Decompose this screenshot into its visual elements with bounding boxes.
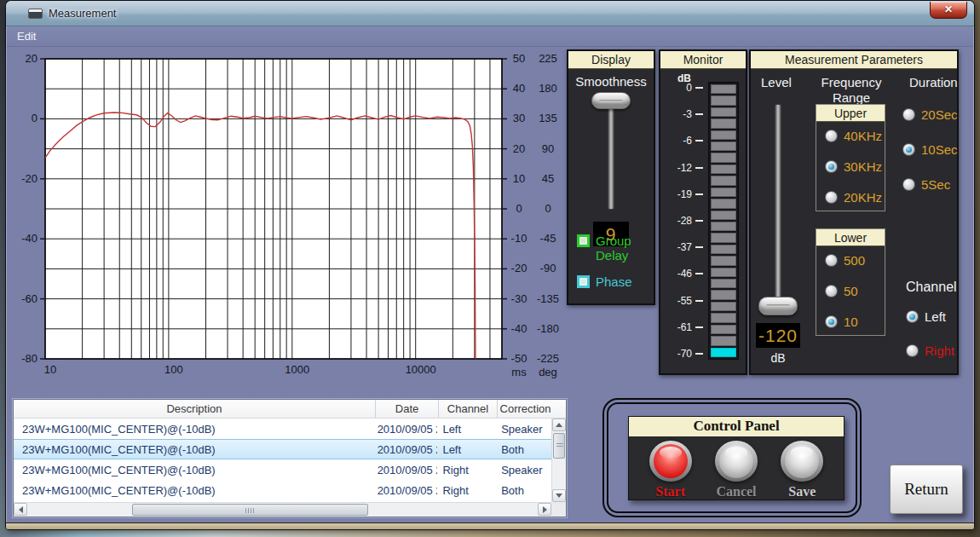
meter-scale-row: -6 (664, 136, 703, 145)
meter-tick (695, 167, 703, 169)
horizontal-scrollbar[interactable] (14, 502, 551, 517)
meter-tick (695, 113, 703, 115)
radio-option-50[interactable]: 50 (825, 284, 865, 298)
radio-label: 10Sec (921, 142, 958, 157)
radio-option-20sec[interactable]: 20Sec (902, 107, 958, 122)
radio-option-500[interactable]: 500 (825, 253, 865, 268)
meter-tick (695, 140, 703, 141)
checkbox-group-delay[interactable]: Group Delay (577, 234, 652, 263)
level-slider-track[interactable] (775, 104, 781, 315)
menu-item-edit[interactable]: Edit (7, 26, 46, 43)
vertical-scroll-thumb[interactable] (553, 433, 565, 459)
table-cell: Both (496, 484, 551, 497)
checkbox-phase[interactable]: Phase (577, 274, 652, 289)
start-button[interactable]: Start (649, 441, 692, 499)
radio-option-30khz[interactable]: 30KHz (825, 159, 882, 174)
table-cell: 2010/09/05 2 (375, 443, 438, 456)
scroll-left-icon (19, 506, 23, 513)
table-row[interactable]: 23W+MG100(MIC_CENTER)@(-10dB)2010/09/05 … (14, 439, 551, 459)
radio-option-left[interactable]: Left (906, 309, 954, 324)
scroll-down-button[interactable] (552, 489, 566, 502)
radio-label: 50 (844, 284, 858, 298)
table-cell: 23W+MG100(MIC_CENTER)@(-10dB) (14, 423, 375, 436)
meter-segment (711, 245, 736, 254)
radio-icon (906, 310, 919, 323)
column-header-correction[interactable]: Correction (498, 400, 553, 418)
column-header-channel[interactable]: Channel (439, 400, 498, 418)
checkbox-label: Group Delay (596, 234, 652, 263)
meter-segment (711, 336, 736, 345)
meter-segment (711, 84, 736, 94)
svg-text:ms: ms (511, 366, 527, 378)
save-button[interactable]: Save (781, 441, 823, 499)
checkbox-icon (577, 275, 590, 288)
radio-option-5sec[interactable]: 5Sec (902, 177, 958, 192)
table-row[interactable]: 23W+MG100(MIC_CENTER)@(-10dB)2010/09/05 … (14, 459, 551, 480)
table-row[interactable]: 23W+MG100(MIC_CENTER)@(-10dB)2010/09/05 … (14, 419, 551, 439)
svg-text:10: 10 (513, 172, 525, 185)
table-cell: 23W+MG100(MIC_CENTER)@(-10dB) (14, 443, 375, 456)
meter-scale-row: -61 (664, 323, 703, 332)
svg-text:30: 30 (513, 112, 525, 124)
scroll-up-button[interactable] (552, 419, 566, 431)
level-value: -120 (756, 323, 800, 348)
close-button[interactable]: ✕ (930, 2, 967, 19)
meter-segment (711, 107, 736, 117)
app-icon (28, 9, 43, 19)
meter-segment (711, 302, 736, 311)
smoothness-slider-knob[interactable] (591, 92, 631, 109)
titlebar[interactable]: Measurement ✕ (6, 1, 974, 26)
radio-icon (902, 178, 915, 191)
svg-text:-90: -90 (540, 262, 556, 274)
svg-text:1000: 1000 (285, 363, 309, 376)
radio-option-10[interactable]: 10 (825, 315, 865, 329)
radio-label: 20KHz (844, 190, 882, 205)
table-cell: Right (437, 484, 496, 497)
meter-segment (711, 290, 736, 299)
channel-options: LeftRight (906, 309, 954, 358)
level-slider-knob[interactable] (758, 297, 798, 315)
radio-label: 30KHz (844, 159, 882, 174)
lower-options: 5005010 (825, 253, 865, 329)
radio-option-10sec[interactable]: 10Sec (902, 142, 958, 157)
table-row[interactable]: 23W+MG100(MIC_CENTER)@(-10dB)2010/09/05 … (14, 480, 551, 500)
checkbox-label: Phase (596, 274, 632, 289)
radio-label: 5Sec (921, 177, 950, 192)
meter-scale-row: -12 (664, 164, 703, 172)
meter-tick (695, 220, 703, 222)
meter-tick (695, 326, 703, 328)
table-cell: Left (437, 423, 496, 436)
horizontal-scroll-thumb[interactable] (132, 504, 369, 516)
cancel-button-icon (719, 444, 753, 478)
radio-icon (825, 254, 838, 267)
scroll-left-button[interactable] (14, 503, 27, 516)
meter-scale-label: 0 (686, 82, 692, 94)
measurements-table: Description Date Channel Correction 23W+… (13, 399, 567, 517)
measurement-window: Measurement ✕ Edit 200-20-40-60-80101001… (5, 0, 975, 530)
level-label: Level (761, 75, 792, 90)
svg-text:-135: -135 (537, 292, 559, 305)
meter-segment (711, 211, 736, 220)
column-header-description[interactable]: Description (14, 400, 376, 418)
radio-option-20khz[interactable]: 20KHz (825, 190, 882, 205)
cancel-button[interactable]: Cancel (715, 441, 758, 499)
scroll-up-icon (556, 423, 562, 427)
svg-text:0: 0 (516, 202, 522, 215)
meter-scale-label: -19 (677, 188, 692, 200)
meter-tick (695, 353, 703, 355)
meter-scale-row: -37 (664, 243, 703, 251)
column-header-date[interactable]: Date (376, 400, 439, 418)
smoothness-slider-track[interactable] (608, 101, 614, 210)
control-panel-buttons: StartCancelSave (629, 436, 844, 499)
button-ring (715, 441, 758, 482)
meter-scale-row: -19 (664, 190, 703, 199)
svg-text:180: 180 (539, 82, 557, 95)
scroll-right-button[interactable] (538, 503, 551, 516)
vertical-scrollbar[interactable] (551, 419, 566, 502)
meter-segment (711, 165, 736, 174)
radio-option-right[interactable]: Right (906, 344, 954, 358)
return-button[interactable]: Return (890, 465, 963, 514)
meter-segment (711, 256, 736, 265)
svg-text:40: 40 (513, 82, 525, 95)
radio-option-40khz[interactable]: 40KHz (825, 129, 882, 143)
